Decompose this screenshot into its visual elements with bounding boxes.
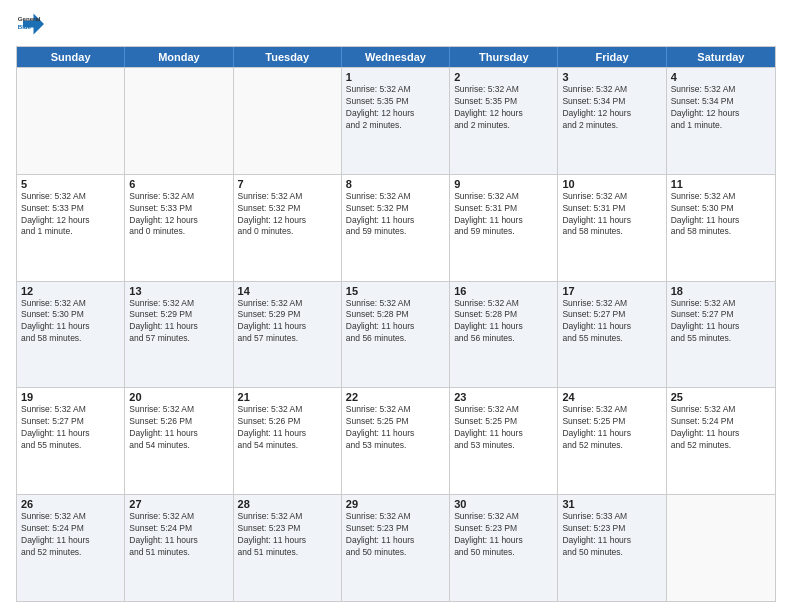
calendar-cell: 29Sunrise: 5:32 AM Sunset: 5:23 PM Dayli… bbox=[342, 495, 450, 601]
calendar-cell: 12Sunrise: 5:32 AM Sunset: 5:30 PM Dayli… bbox=[17, 282, 125, 388]
day-number: 22 bbox=[346, 391, 445, 403]
day-number: 13 bbox=[129, 285, 228, 297]
calendar-cell bbox=[667, 495, 775, 601]
day-info: Sunrise: 5:33 AM Sunset: 5:23 PM Dayligh… bbox=[562, 511, 661, 559]
day-info: Sunrise: 5:32 AM Sunset: 5:27 PM Dayligh… bbox=[671, 298, 771, 346]
day-number: 5 bbox=[21, 178, 120, 190]
day-number: 17 bbox=[562, 285, 661, 297]
day-number: 10 bbox=[562, 178, 661, 190]
day-info: Sunrise: 5:32 AM Sunset: 5:34 PM Dayligh… bbox=[671, 84, 771, 132]
day-info: Sunrise: 5:32 AM Sunset: 5:24 PM Dayligh… bbox=[21, 511, 120, 559]
calendar-cell: 5Sunrise: 5:32 AM Sunset: 5:33 PM Daylig… bbox=[17, 175, 125, 281]
calendar-header: SundayMondayTuesdayWednesdayThursdayFrid… bbox=[17, 47, 775, 67]
day-info: Sunrise: 5:32 AM Sunset: 5:32 PM Dayligh… bbox=[238, 191, 337, 239]
calendar-cell bbox=[17, 68, 125, 174]
day-info: Sunrise: 5:32 AM Sunset: 5:24 PM Dayligh… bbox=[129, 511, 228, 559]
calendar-cell: 8Sunrise: 5:32 AM Sunset: 5:32 PM Daylig… bbox=[342, 175, 450, 281]
calendar-cell bbox=[125, 68, 233, 174]
calendar-cell bbox=[234, 68, 342, 174]
day-info: Sunrise: 5:32 AM Sunset: 5:34 PM Dayligh… bbox=[562, 84, 661, 132]
day-number: 8 bbox=[346, 178, 445, 190]
calendar-cell: 17Sunrise: 5:32 AM Sunset: 5:27 PM Dayli… bbox=[558, 282, 666, 388]
calendar-cell: 26Sunrise: 5:32 AM Sunset: 5:24 PM Dayli… bbox=[17, 495, 125, 601]
day-number: 7 bbox=[238, 178, 337, 190]
header-day-friday: Friday bbox=[558, 47, 666, 67]
day-number: 31 bbox=[562, 498, 661, 510]
day-info: Sunrise: 5:32 AM Sunset: 5:28 PM Dayligh… bbox=[346, 298, 445, 346]
page: General Blue SundayMondayTuesdayWednesda… bbox=[0, 0, 792, 612]
calendar-cell: 28Sunrise: 5:32 AM Sunset: 5:23 PM Dayli… bbox=[234, 495, 342, 601]
day-info: Sunrise: 5:32 AM Sunset: 5:30 PM Dayligh… bbox=[21, 298, 120, 346]
day-info: Sunrise: 5:32 AM Sunset: 5:23 PM Dayligh… bbox=[454, 511, 553, 559]
calendar-row-4: 26Sunrise: 5:32 AM Sunset: 5:24 PM Dayli… bbox=[17, 494, 775, 601]
calendar-cell: 25Sunrise: 5:32 AM Sunset: 5:24 PM Dayli… bbox=[667, 388, 775, 494]
calendar-cell: 21Sunrise: 5:32 AM Sunset: 5:26 PM Dayli… bbox=[234, 388, 342, 494]
day-number: 3 bbox=[562, 71, 661, 83]
header-day-monday: Monday bbox=[125, 47, 233, 67]
calendar-cell: 22Sunrise: 5:32 AM Sunset: 5:25 PM Dayli… bbox=[342, 388, 450, 494]
calendar-cell: 18Sunrise: 5:32 AM Sunset: 5:27 PM Dayli… bbox=[667, 282, 775, 388]
calendar-cell: 6Sunrise: 5:32 AM Sunset: 5:33 PM Daylig… bbox=[125, 175, 233, 281]
calendar-row-1: 5Sunrise: 5:32 AM Sunset: 5:33 PM Daylig… bbox=[17, 174, 775, 281]
svg-text:General: General bbox=[18, 15, 41, 22]
day-number: 14 bbox=[238, 285, 337, 297]
header-day-tuesday: Tuesday bbox=[234, 47, 342, 67]
calendar-cell: 9Sunrise: 5:32 AM Sunset: 5:31 PM Daylig… bbox=[450, 175, 558, 281]
day-number: 4 bbox=[671, 71, 771, 83]
day-info: Sunrise: 5:32 AM Sunset: 5:33 PM Dayligh… bbox=[21, 191, 120, 239]
calendar-body: 1Sunrise: 5:32 AM Sunset: 5:35 PM Daylig… bbox=[17, 67, 775, 601]
day-info: Sunrise: 5:32 AM Sunset: 5:27 PM Dayligh… bbox=[562, 298, 661, 346]
day-info: Sunrise: 5:32 AM Sunset: 5:28 PM Dayligh… bbox=[454, 298, 553, 346]
calendar-cell: 4Sunrise: 5:32 AM Sunset: 5:34 PM Daylig… bbox=[667, 68, 775, 174]
day-info: Sunrise: 5:32 AM Sunset: 5:32 PM Dayligh… bbox=[346, 191, 445, 239]
day-info: Sunrise: 5:32 AM Sunset: 5:30 PM Dayligh… bbox=[671, 191, 771, 239]
day-number: 1 bbox=[346, 71, 445, 83]
calendar-cell: 7Sunrise: 5:32 AM Sunset: 5:32 PM Daylig… bbox=[234, 175, 342, 281]
calendar: SundayMondayTuesdayWednesdayThursdayFrid… bbox=[16, 46, 776, 602]
calendar-cell: 1Sunrise: 5:32 AM Sunset: 5:35 PM Daylig… bbox=[342, 68, 450, 174]
calendar-cell: 20Sunrise: 5:32 AM Sunset: 5:26 PM Dayli… bbox=[125, 388, 233, 494]
day-info: Sunrise: 5:32 AM Sunset: 5:26 PM Dayligh… bbox=[129, 404, 228, 452]
calendar-cell: 30Sunrise: 5:32 AM Sunset: 5:23 PM Dayli… bbox=[450, 495, 558, 601]
day-number: 25 bbox=[671, 391, 771, 403]
day-number: 24 bbox=[562, 391, 661, 403]
calendar-cell: 13Sunrise: 5:32 AM Sunset: 5:29 PM Dayli… bbox=[125, 282, 233, 388]
calendar-cell: 2Sunrise: 5:32 AM Sunset: 5:35 PM Daylig… bbox=[450, 68, 558, 174]
calendar-row-0: 1Sunrise: 5:32 AM Sunset: 5:35 PM Daylig… bbox=[17, 67, 775, 174]
day-info: Sunrise: 5:32 AM Sunset: 5:29 PM Dayligh… bbox=[129, 298, 228, 346]
day-info: Sunrise: 5:32 AM Sunset: 5:23 PM Dayligh… bbox=[238, 511, 337, 559]
day-info: Sunrise: 5:32 AM Sunset: 5:29 PM Dayligh… bbox=[238, 298, 337, 346]
calendar-cell: 11Sunrise: 5:32 AM Sunset: 5:30 PM Dayli… bbox=[667, 175, 775, 281]
day-info: Sunrise: 5:32 AM Sunset: 5:26 PM Dayligh… bbox=[238, 404, 337, 452]
calendar-cell: 24Sunrise: 5:32 AM Sunset: 5:25 PM Dayli… bbox=[558, 388, 666, 494]
day-number: 9 bbox=[454, 178, 553, 190]
day-number: 15 bbox=[346, 285, 445, 297]
header-day-wednesday: Wednesday bbox=[342, 47, 450, 67]
header-day-thursday: Thursday bbox=[450, 47, 558, 67]
day-number: 19 bbox=[21, 391, 120, 403]
day-number: 12 bbox=[21, 285, 120, 297]
header: General Blue bbox=[16, 10, 776, 38]
calendar-cell: 16Sunrise: 5:32 AM Sunset: 5:28 PM Dayli… bbox=[450, 282, 558, 388]
day-info: Sunrise: 5:32 AM Sunset: 5:25 PM Dayligh… bbox=[454, 404, 553, 452]
day-info: Sunrise: 5:32 AM Sunset: 5:31 PM Dayligh… bbox=[454, 191, 553, 239]
calendar-row-3: 19Sunrise: 5:32 AM Sunset: 5:27 PM Dayli… bbox=[17, 387, 775, 494]
day-info: Sunrise: 5:32 AM Sunset: 5:23 PM Dayligh… bbox=[346, 511, 445, 559]
calendar-cell: 19Sunrise: 5:32 AM Sunset: 5:27 PM Dayli… bbox=[17, 388, 125, 494]
day-number: 29 bbox=[346, 498, 445, 510]
day-number: 30 bbox=[454, 498, 553, 510]
day-number: 20 bbox=[129, 391, 228, 403]
calendar-cell: 27Sunrise: 5:32 AM Sunset: 5:24 PM Dayli… bbox=[125, 495, 233, 601]
calendar-cell: 10Sunrise: 5:32 AM Sunset: 5:31 PM Dayli… bbox=[558, 175, 666, 281]
day-number: 18 bbox=[671, 285, 771, 297]
svg-text:Blue: Blue bbox=[18, 23, 32, 30]
header-day-saturday: Saturday bbox=[667, 47, 775, 67]
day-number: 26 bbox=[21, 498, 120, 510]
logo-icon: General Blue bbox=[16, 10, 44, 38]
day-info: Sunrise: 5:32 AM Sunset: 5:35 PM Dayligh… bbox=[454, 84, 553, 132]
day-number: 23 bbox=[454, 391, 553, 403]
calendar-cell: 23Sunrise: 5:32 AM Sunset: 5:25 PM Dayli… bbox=[450, 388, 558, 494]
calendar-row-2: 12Sunrise: 5:32 AM Sunset: 5:30 PM Dayli… bbox=[17, 281, 775, 388]
calendar-cell: 31Sunrise: 5:33 AM Sunset: 5:23 PM Dayli… bbox=[558, 495, 666, 601]
calendar-cell: 15Sunrise: 5:32 AM Sunset: 5:28 PM Dayli… bbox=[342, 282, 450, 388]
